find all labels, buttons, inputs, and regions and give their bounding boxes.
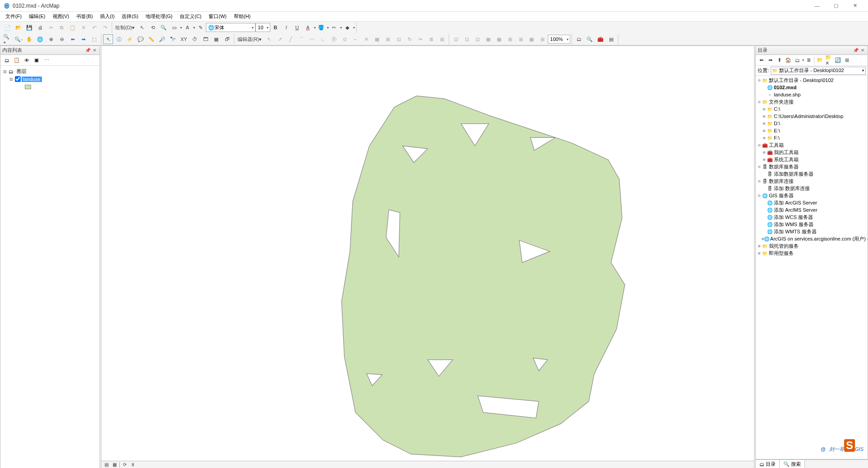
cat-add-wmts-server[interactable]: 🌐添加 WMTS 服务器 [757,228,867,235]
catalog-close-button[interactable]: ✕ [859,47,866,54]
cat-refresh-button[interactable]: 🔄 [834,56,842,64]
next-extent-button[interactable]: ➡ [78,34,88,44]
font-color-button[interactable]: A▾ [303,23,316,32]
viewer-window-button[interactable]: 🗗 [222,34,232,44]
cat-tree-button[interactable]: ≣ [804,56,813,64]
toc-root[interactable]: ⊟🗂图层 [1,68,99,75]
cat-drive-d[interactable]: ⊞📁D:\ [757,120,867,127]
menu-select[interactable]: 选择(S) [118,12,142,21]
print-button[interactable]: 🖨 [35,23,45,32]
font-size-select[interactable]: 10 [255,23,270,32]
toc-options-button[interactable]: ⋯ [42,56,51,65]
identify-button[interactable]: ⓘ [114,34,124,44]
cat-up-button[interactable]: ⬆ [775,56,783,64]
search-window-button[interactable]: 🔍 [585,34,595,44]
pause-button[interactable]: ⏸ [130,462,136,468]
copy-button[interactable]: ⧉ [57,23,67,32]
cat-home-button[interactable]: 🏠 [784,56,792,64]
italic-button[interactable]: I [282,23,291,32]
cat-add-wcs-server[interactable]: 🌐添加 WCS 服务器 [757,214,867,221]
cat-connect-folder-button[interactable]: 📁 [816,56,824,64]
find-route-button[interactable]: 🔭 [168,34,178,44]
zoom-select[interactable]: 100% [548,35,570,44]
cat-drive-desktop[interactable]: ⊞📁C:\Users\Administrator\Desktop [757,113,867,120]
georef-2-button[interactable]: ⊡ [462,34,472,44]
toc-pin-button[interactable]: 📌 [85,47,91,54]
arctoolbox-button[interactable]: 🧰 [595,34,605,44]
menu-insert[interactable]: 插入(I) [96,12,118,21]
html-popup-button[interactable]: 💬 [136,34,145,44]
distance-button[interactable]: ⊙ [340,34,350,44]
arc-segment-button[interactable]: ⌒ [296,34,306,44]
zoom-out-button[interactable]: 🔍- [14,34,23,44]
cat-ready-services[interactable]: ⊞📁即用型服务 [757,250,867,257]
cut-button[interactable]: ✂ [46,23,56,32]
prev-extent-button[interactable]: ⬅ [68,34,77,44]
cat-add-db-conn[interactable]: 🗄添加 数据库连接 [757,185,867,192]
text-dropdown[interactable]: A▾ [182,23,195,32]
georef-3-button[interactable]: ⊡ [473,34,482,44]
catalog-pin-button[interactable]: 📌 [853,47,859,54]
data-view-button[interactable]: ▤ [103,462,109,468]
undo-button[interactable]: ↶ [89,23,99,32]
cat-home-folder[interactable]: ⊟📁默认工作目录 - Desktop\0102 [757,77,867,84]
fixed-zoom-in-button[interactable]: ⊕ [46,34,56,44]
cat-arcgis-online[interactable]: ⊞🌐ArcGIS on services.arcgisonline.com (用… [757,235,867,242]
list-by-source-button[interactable]: 📋 [12,56,21,65]
menu-bookmark[interactable]: 书签(B) [73,12,96,21]
zoom-shape-button[interactable]: 🔍 [159,23,168,32]
maximize-button[interactable]: ▢ [827,0,845,12]
cat-back-button[interactable]: ⬅ [757,56,765,64]
layout-view-button[interactable]: ▦ [111,462,118,468]
cat-db-servers[interactable]: ⊟🗄数据库服务器 [757,163,867,170]
open-button[interactable]: 📂 [14,23,23,32]
cat-add-arcims-server[interactable]: 🌐添加 ArcIMS Server [757,206,867,214]
menu-view[interactable]: 视图(V) [49,12,73,21]
cat-options-button[interactable]: 🗂▾ [793,56,804,64]
delete-button[interactable]: ✕ [78,23,88,32]
cat-drive-e[interactable]: ⊞📁E:\ [757,127,867,134]
cat-hosted-services[interactable]: ⊞📁我托管的服务 [757,242,867,250]
minimize-button[interactable]: — [808,0,827,12]
close-button[interactable]: ✕ [845,0,864,12]
time-slider-button[interactable]: ⏱ [190,34,200,44]
menu-customize[interactable]: 自定义(C) [176,12,205,21]
menu-file[interactable]: 文件(F) [2,12,25,21]
create-viewer-button[interactable]: 🗔 [200,34,210,44]
end-point-button[interactable]: ⌐ [350,34,360,44]
edit-vertices-button[interactable]: ✎ [195,23,205,32]
select-features-button[interactable]: ⬚ [89,34,99,44]
paste-button[interactable]: 📋 [68,23,77,32]
editor-label[interactable]: 编辑器(R)▾ [236,36,264,43]
cat-system-toolbox[interactable]: ⊞🧰系统工具箱 [757,156,867,163]
list-by-visibility-button[interactable]: 👁 [22,56,31,65]
cat-add-arcgis-server[interactable]: 🌐添加 ArcGIS Server [757,199,867,206]
list-by-selection-button[interactable]: ▣ [32,56,41,65]
bold-button[interactable]: B [271,23,281,32]
sketch-props-button[interactable]: ⊞ [383,34,393,44]
cat-drive-f[interactable]: ⊞📁F:\ [757,134,867,141]
redo-button[interactable]: ↷ [100,23,110,32]
cat-db-connections[interactable]: ⊟🗄数据库连接 [757,177,867,185]
georef-8-button[interactable]: ▦ [527,34,536,44]
pan-button[interactable]: ✋ [24,34,34,44]
edit-sketch-button[interactable]: ▦ [372,34,382,44]
goto-xy-button[interactable]: XY [179,34,189,44]
find-button[interactable]: 🔎 [157,34,167,44]
menu-edit[interactable]: 编辑(E) [25,12,49,21]
right-angle-button[interactable]: ∟ [318,34,328,44]
map-area[interactable]: ▤ ▦ ⟳ ⏸ [101,45,754,468]
straight-segment-button[interactable]: ╱ [286,34,295,44]
cat-fwd-button[interactable]: ➡ [766,56,774,64]
line-color-button[interactable]: ✏▾ [329,23,342,32]
swipe-button[interactable]: ▦ [211,34,221,44]
refresh-button[interactable]: ⟳ [122,462,128,468]
catalog-window-button[interactable]: 🗂 [574,34,584,44]
cat-add-db-server[interactable]: 🗄添加数据库服务器 [757,170,867,177]
georef-6-button[interactable]: ⊞ [505,34,515,44]
tab-search[interactable]: 🔍搜索 [779,459,805,468]
fill-color-button[interactable]: 🪣▾ [316,23,329,32]
cat-toggle-button[interactable]: ⊞ [843,56,851,64]
layer-visibility-checkbox[interactable] [15,76,21,82]
location-select[interactable]: 默认工作目录 - Desktop\0102 [771,67,866,75]
